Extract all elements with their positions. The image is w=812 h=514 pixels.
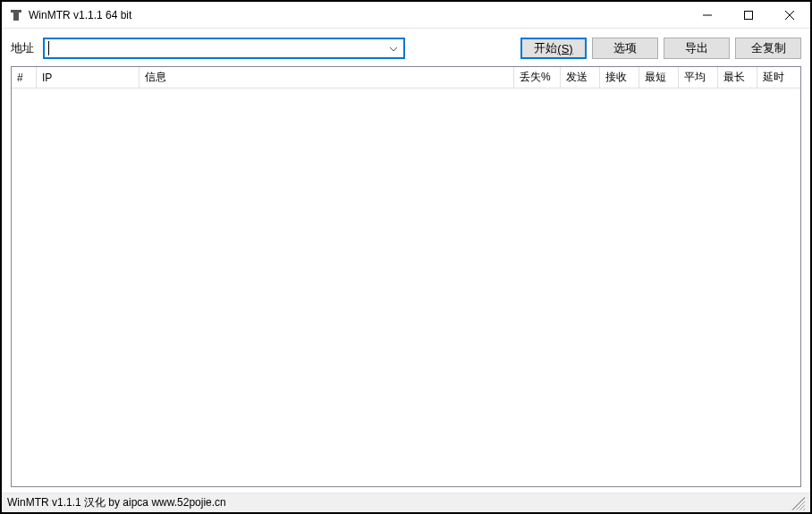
export-button-label: 导出 — [685, 40, 708, 56]
title-bar: WinMTR v1.1.1 64 bit — [2, 2, 810, 29]
col-last[interactable]: 延时 — [757, 67, 800, 88]
svg-rect-3 — [745, 11, 753, 19]
app-window: WinMTR v1.1.1 64 bit 地址 开始(S) 选 — [1, 1, 811, 513]
col-worst[interactable]: 最长 — [718, 67, 757, 88]
start-button[interactable]: 开始(S) — [520, 38, 587, 59]
address-combobox[interactable] — [43, 38, 405, 59]
export-button[interactable]: 导出 — [664, 38, 730, 59]
svg-rect-0 — [11, 10, 21, 13]
resize-grip-icon[interactable] — [791, 496, 805, 510]
col-ip[interactable]: IP — [37, 67, 140, 88]
grid-body[interactable] — [12, 88, 800, 486]
col-hash[interactable]: # — [12, 67, 37, 88]
col-loss[interactable]: 丢失% — [514, 67, 561, 88]
results-grid: # IP 信息 丢失% 发送 接收 最短 平均 最长 延时 — [11, 66, 801, 487]
svg-rect-1 — [13, 13, 19, 21]
start-button-label-pre: 开始 — [534, 40, 557, 56]
grid-header: # IP 信息 丢失% 发送 接收 最短 平均 最长 延时 — [12, 67, 800, 88]
minimize-button[interactable] — [687, 2, 728, 29]
toolbar: 地址 开始(S) 选项 导出 全复制 — [2, 29, 810, 66]
col-avg[interactable]: 平均 — [679, 67, 718, 88]
options-button[interactable]: 选项 — [592, 38, 658, 59]
app-icon — [9, 8, 23, 22]
col-info[interactable]: 信息 — [140, 67, 514, 88]
col-recv[interactable]: 接收 — [600, 67, 639, 88]
col-sent[interactable]: 发送 — [561, 67, 600, 88]
chevron-down-icon[interactable] — [385, 44, 402, 54]
copyall-button-label: 全复制 — [751, 40, 786, 56]
start-button-label-key: (S) — [557, 42, 572, 55]
close-button[interactable] — [769, 2, 810, 29]
col-best[interactable]: 最短 — [639, 67, 679, 88]
window-controls — [687, 2, 810, 29]
address-label: 地址 — [11, 40, 34, 56]
options-button-label: 选项 — [613, 40, 637, 56]
status-bar: WinMTR v1.1.1 汉化 by aipca www.52pojie.cn — [2, 493, 810, 512]
copyall-button[interactable]: 全复制 — [735, 38, 801, 59]
address-input[interactable] — [49, 40, 385, 56]
window-title: WinMTR v1.1.1 64 bit — [29, 9, 687, 21]
status-text: WinMTR v1.1.1 汉化 by aipca www.52pojie.cn — [7, 495, 226, 510]
maximize-button[interactable] — [728, 2, 769, 29]
